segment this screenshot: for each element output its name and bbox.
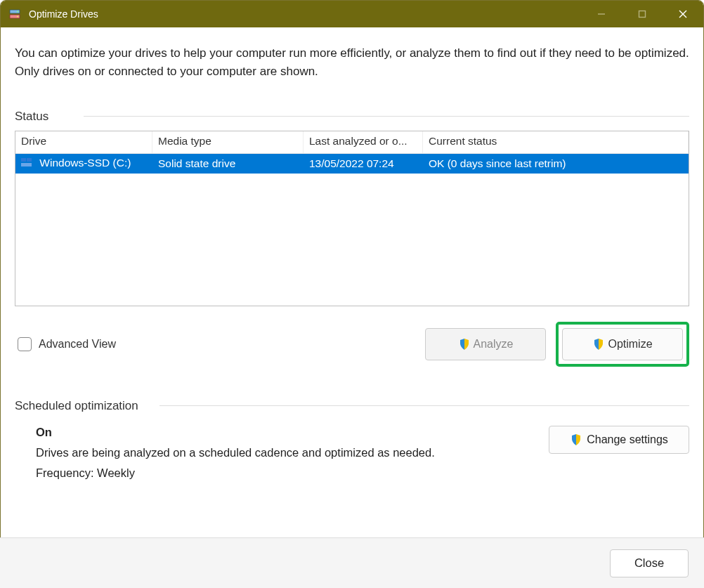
divider bbox=[84, 116, 689, 117]
column-header-status[interactable]: Current status bbox=[423, 131, 689, 153]
column-header-media[interactable]: Media type bbox=[152, 131, 304, 153]
status-section-label: Status bbox=[15, 110, 48, 124]
svg-rect-5 bbox=[639, 11, 646, 18]
analyze-button[interactable]: Analyze bbox=[425, 328, 546, 360]
drive-media: Solid state drive bbox=[152, 156, 304, 171]
scheduled-frequency: Frequency: Weekly bbox=[36, 466, 435, 480]
divider bbox=[159, 405, 689, 406]
svg-rect-8 bbox=[21, 158, 26, 162]
app-icon bbox=[8, 7, 22, 21]
drives-list[interactable]: Drive Media type Last analyzed or o... C… bbox=[15, 131, 689, 306]
drive-icon bbox=[21, 157, 34, 170]
drive-row[interactable]: Windows-SSD (C:) Solid state drive 13/05… bbox=[15, 154, 689, 174]
optimize-highlight: Optimize bbox=[556, 322, 689, 367]
scheduled-section-label: Scheduled optimization bbox=[15, 399, 138, 413]
minimize-button[interactable] bbox=[581, 1, 622, 27]
optimize-label: Optimize bbox=[608, 338, 652, 351]
advanced-view-checkbox[interactable] bbox=[18, 337, 32, 351]
svg-rect-10 bbox=[21, 163, 32, 166]
svg-point-2 bbox=[17, 11, 18, 13]
intro-text: You can optimize your drives to help you… bbox=[15, 44, 689, 81]
column-header-drive[interactable]: Drive bbox=[15, 131, 152, 153]
shield-icon bbox=[458, 338, 471, 351]
change-settings-label: Change settings bbox=[587, 433, 668, 446]
list-header[interactable]: Drive Media type Last analyzed or o... C… bbox=[15, 131, 689, 154]
scheduled-state: On bbox=[36, 426, 435, 439]
window-title: Optimize Drives bbox=[29, 8, 98, 20]
shield-icon bbox=[592, 338, 605, 351]
close-label: Close bbox=[634, 556, 664, 570]
drive-status: OK (0 days since last retrim) bbox=[423, 156, 689, 171]
scheduled-description: Drives are being analyzed on a scheduled… bbox=[36, 446, 435, 459]
titlebar[interactable]: Optimize Drives bbox=[1, 1, 703, 27]
optimize-button[interactable]: Optimize bbox=[562, 328, 683, 360]
close-window-button[interactable] bbox=[663, 1, 703, 27]
svg-rect-9 bbox=[27, 158, 32, 162]
drive-name: Windows-SSD (C:) bbox=[39, 157, 131, 169]
maximize-button[interactable] bbox=[622, 1, 663, 27]
change-settings-button[interactable]: Change settings bbox=[549, 426, 689, 454]
analyze-label: Analyze bbox=[474, 338, 514, 351]
close-button[interactable]: Close bbox=[610, 549, 689, 577]
footer: Close bbox=[0, 537, 704, 588]
column-header-last[interactable]: Last analyzed or o... bbox=[304, 131, 423, 153]
svg-point-3 bbox=[17, 16, 18, 18]
advanced-view-label: Advanced View bbox=[39, 338, 116, 351]
shield-icon bbox=[570, 433, 582, 446]
drive-last: 13/05/2022 07:24 bbox=[304, 156, 423, 171]
